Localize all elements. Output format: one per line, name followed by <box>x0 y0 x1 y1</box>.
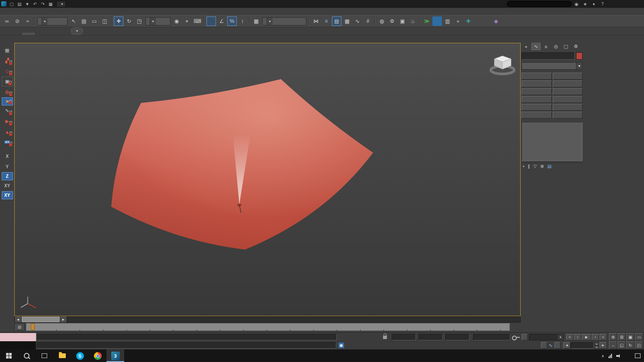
material-editor-icon[interactable]: ◍ <box>377 16 386 26</box>
mirror-icon[interactable]: ⋈ <box>311 16 321 26</box>
maxscript-mini-listener-script[interactable] <box>0 341 36 349</box>
open-file-icon[interactable]: ▤ <box>16 0 23 7</box>
select-object-icon[interactable]: ↖ <box>69 16 78 26</box>
edit-named-selection-sets-icon[interactable]: ▦ <box>251 16 261 26</box>
render-setup-icon[interactable]: ⚙ <box>387 16 397 26</box>
object-color-swatch[interactable] <box>576 52 583 60</box>
modify-tab-icon[interactable]: ∿ <box>531 43 541 50</box>
axis-y-button[interactable]: Y <box>2 162 13 172</box>
next-frame-button[interactable]: › <box>592 334 599 340</box>
modifier-button-quad-chamfer[interactable] <box>553 88 583 95</box>
workspace-dropdown[interactable]: ▼ <box>56 1 66 7</box>
configure-modifier-sets-icon[interactable]: ▤ <box>547 164 551 169</box>
skype-icon[interactable]: S <box>71 349 89 362</box>
axis-z-button[interactable]: Z <box>2 172 13 180</box>
file-explorer-icon[interactable] <box>53 349 71 362</box>
modifier-button-ffd-3x3x3[interactable] <box>553 96 583 103</box>
axis-xy-button-2[interactable]: XY <box>2 191 13 199</box>
undo-icon[interactable]: ↶ <box>31 0 39 7</box>
hidden-icons-chevron[interactable]: ∧ <box>601 354 604 358</box>
maximize-button[interactable] <box>620 0 631 8</box>
axis-xy-button[interactable]: XY <box>2 181 13 191</box>
zoom-icon[interactable]: ⊕ <box>609 333 617 341</box>
field-of-view-icon[interactable]: ◱ <box>618 341 626 349</box>
angle-snap-icon[interactable]: ∠ <box>217 16 226 26</box>
curve-editor-icon[interactable]: ∿ <box>353 16 362 26</box>
redo-icon[interactable]: ↷ <box>39 0 47 7</box>
utilities-tab-icon[interactable]: ⚙ <box>571 43 580 50</box>
go-to-end-button[interactable]: » <box>599 334 607 340</box>
start-button[interactable] <box>0 349 18 362</box>
percent-snap-icon[interactable]: % <box>227 16 237 26</box>
window-crossing-icon[interactable]: ◫ <box>100 16 109 26</box>
modifier-button-smooth[interactable] <box>522 80 552 87</box>
key-filters-button[interactable] <box>554 342 560 349</box>
modifier-button-symmetry[interactable] <box>553 112 583 119</box>
menu-item-create[interactable] <box>39 8 45 15</box>
tab-selection[interactable] <box>35 33 46 35</box>
modifier-list-dropdown[interactable]: ▼ <box>522 62 583 70</box>
menu-item-views[interactable] <box>33 8 39 15</box>
axis-x-button[interactable]: X <box>2 151 13 161</box>
listener-window-icon[interactable]: ▣ <box>338 343 344 348</box>
display-tab-icon[interactable]: ▢ <box>561 43 570 50</box>
axis-xy-lock-icon[interactable]: XY <box>2 137 13 147</box>
x-coordinate-field[interactable] <box>392 334 416 340</box>
key-mode-dropdown[interactable]: ▼ <box>529 334 564 340</box>
minimize-button[interactable] <box>607 0 619 8</box>
select-and-link-icon[interactable]: ∞ <box>2 16 12 26</box>
time-slider-handle[interactable] <box>22 317 60 322</box>
3ds-max-taskbar-icon[interactable]: 3 <box>106 349 124 362</box>
communication-center-icon[interactable]: ▾ <box>590 0 598 7</box>
menu-item-customize[interactable] <box>69 8 75 15</box>
motion-tab-icon[interactable]: ◎ <box>551 43 560 50</box>
rectangular-selection-region-icon[interactable]: ▭ <box>90 16 99 26</box>
tab-freeform[interactable] <box>23 33 35 35</box>
menu-item-phoenixfd[interactable] <box>93 8 100 15</box>
search-icon[interactable] <box>18 349 35 362</box>
padlock-tool-icon-2[interactable]: ◇ <box>2 66 13 76</box>
next-frame-arrow[interactable]: ▶ <box>61 317 66 322</box>
modifier-button-shell[interactable] <box>553 73 583 80</box>
perspective-viewport[interactable] <box>14 43 521 316</box>
bind-to-space-warp-icon[interactable]: ≈ <box>23 16 32 26</box>
snaps-toggle-icon[interactable] <box>206 16 216 26</box>
key-mode-toggle-button[interactable]: ◄ <box>563 342 570 349</box>
orbit-icon[interactable]: ↻ <box>626 341 634 349</box>
task-view-icon[interactable] <box>35 349 53 362</box>
current-frame-field[interactable] <box>570 342 594 349</box>
menu-item-graph-editors[interactable] <box>57 8 63 15</box>
selection-lock-icon[interactable] <box>383 336 387 339</box>
favorites-icon[interactable]: ★ <box>581 0 589 7</box>
cloth-object[interactable] <box>111 79 373 250</box>
named-selection-sets-dropdown[interactable]: ▼ <box>262 17 306 26</box>
volume-icon[interactable] <box>616 354 622 358</box>
help-icon[interactable]: ? <box>599 0 606 7</box>
object-name-field[interactable] <box>522 52 575 60</box>
menu-item-corona[interactable] <box>81 8 87 15</box>
modifier-stack-list[interactable] <box>522 122 583 161</box>
auto-key-button[interactable] <box>522 334 528 340</box>
remove-modifier-icon[interactable]: ⊗ <box>540 164 544 169</box>
play-button[interactable]: ▶ <box>582 334 591 340</box>
modifier-button-ffd-2x2x2[interactable] <box>522 96 552 103</box>
unlink-selection-icon[interactable]: ⊘ <box>13 16 22 26</box>
pencil-lock-icon[interactable]: ✎ <box>2 106 13 116</box>
track-bar-ruler[interactable] <box>26 323 510 331</box>
padlock-tool-icon-1[interactable]: ▞ <box>2 56 13 66</box>
app-logo-icon[interactable] <box>0 0 8 7</box>
modifier-button-uvw-map[interactable] <box>553 104 583 111</box>
menu-item-rendering[interactable] <box>63 8 69 15</box>
tab-object-paint[interactable] <box>46 33 57 35</box>
y-coordinate-field[interactable] <box>419 334 443 340</box>
time-slider-track[interactable]: ◀ ▶ <box>14 316 521 323</box>
arrow-lock-icon[interactable]: ▶ <box>2 116 13 126</box>
menu-item-group[interactable] <box>27 8 33 15</box>
modifier-button-material[interactable] <box>522 112 552 119</box>
reference-coordinate-dropdown[interactable]: ▼ <box>145 17 171 26</box>
grid-array-icon[interactable]: ▦ <box>2 45 13 55</box>
current-frame-marker[interactable] <box>31 324 35 330</box>
show-end-result-icon[interactable]: ∥ <box>528 164 530 169</box>
chrome-icon[interactable] <box>89 349 106 362</box>
plugin-settings-icon[interactable]: ◆ <box>491 16 501 26</box>
